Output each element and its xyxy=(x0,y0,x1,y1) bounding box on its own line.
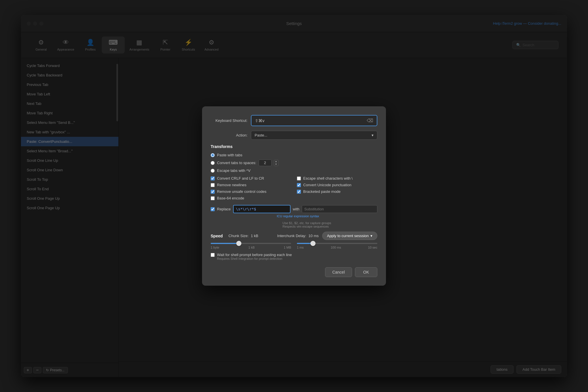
action-value: Paste... xyxy=(255,133,267,137)
app-window: Settings Help iTerm2 grow — Consider don… xyxy=(21,15,567,377)
interchunk-label-max: 10 sec xyxy=(368,246,377,249)
keyboard-shortcut-input[interactable]: ⇧⌘v ⌫ xyxy=(251,115,377,126)
chunk-slider-container xyxy=(211,243,291,244)
cb-remove-newlines[interactable] xyxy=(211,183,215,187)
keyboard-shortcut-label: Keyboard Shortcut: xyxy=(211,118,251,123)
sliders-container: 1 byte 1 kB 1 MB 1 m xyxy=(211,243,377,249)
chunk-slider-thumb[interactable] xyxy=(236,241,241,246)
transforms-grid: Convert CRLF and LF to CR Escape shell c… xyxy=(211,176,377,200)
interchunk-slider-thumb[interactable] xyxy=(310,241,316,246)
modal-dialog: Keyboard Shortcut: ⇧⌘v ⌫ Action: Paste..… xyxy=(202,106,386,286)
cb-remove-unsafe-row: Remove unsafe control codes xyxy=(211,189,291,194)
chunk-slider-section: 1 byte 1 kB 1 MB xyxy=(211,243,291,249)
interchunk-label-mid: 100 ms xyxy=(331,246,341,249)
spaces-spinner[interactable]: ▲ ▼ xyxy=(274,160,278,166)
substitution-input[interactable] xyxy=(302,205,377,213)
speed-section: Speed Chunk Size: 1 kB Interchunk Delay:… xyxy=(211,232,377,260)
chunk-label-max: 1 MB xyxy=(284,246,291,249)
wait-row: Wait for shell prompt before pasting eac… xyxy=(211,253,377,257)
cb-replace[interactable] xyxy=(211,207,215,211)
cb-remove-unsafe-label: Remove unsafe control codes xyxy=(217,189,266,194)
cb-base64[interactable] xyxy=(211,196,215,200)
cb-remove-newlines-label: Remove newlines xyxy=(217,183,247,187)
radio-escape-tabs-row: Escape tabs with ^V xyxy=(211,168,377,173)
speed-header: Speed Chunk Size: 1 kB Interchunk Delay:… xyxy=(211,232,377,240)
interchunk-label-min: 1 ms xyxy=(297,246,304,249)
chunk-slider-track xyxy=(211,243,291,244)
cb-base64-label: Base-64 encode xyxy=(217,196,244,200)
cb-bracketed[interactable] xyxy=(297,190,301,194)
cb-escape-shell[interactable] xyxy=(297,176,301,180)
radio-convert-tabs-label: Convert tabs to spaces: xyxy=(217,161,256,165)
capture-hint-1: Use $1, $2, etc. for capture groups xyxy=(283,221,377,225)
radio-paste-tabs[interactable] xyxy=(211,153,215,157)
chunk-slider-labels: 1 byte 1 kB 1 MB xyxy=(211,246,291,249)
keyboard-shortcut-row: Keyboard Shortcut: ⇧⌘v ⌫ xyxy=(211,115,377,126)
apply-chevron-icon: ▾ xyxy=(370,234,372,238)
cb-remove-unsafe[interactable] xyxy=(211,190,215,194)
radio-paste-tabs-row: Paste with tabs xyxy=(211,153,377,157)
cb-bracketed-label: Bracketed paste mode xyxy=(303,189,341,194)
modal-buttons: Cancel OK xyxy=(211,267,377,277)
radio-escape-tabs[interactable] xyxy=(211,169,215,173)
ok-button[interactable]: OK xyxy=(355,267,377,277)
spinner-up-icon[interactable]: ▲ xyxy=(274,160,278,163)
interchunk-slider-container xyxy=(297,243,377,244)
cb-escape-shell-label: Escape shell characters with \ xyxy=(303,176,353,180)
spaces-count-input[interactable] xyxy=(259,160,272,166)
cb-bracketed-row: Bracketed paste mode xyxy=(297,189,377,194)
apply-dropdown[interactable]: Apply to current sesssion ▾ xyxy=(322,232,377,240)
modal-overlay: Keyboard Shortcut: ⇧⌘v ⌫ Action: Paste..… xyxy=(21,15,567,377)
transforms-title: Transforms xyxy=(211,144,377,149)
cb-wait-shell[interactable] xyxy=(211,253,215,257)
chunk-size-label: Chunk Size: 1 kB xyxy=(228,234,258,238)
speed-title: Speed xyxy=(211,234,223,238)
cb-convert-crlf-label: Convert CRLF and LF to CR xyxy=(217,176,264,180)
replace-label: Replace xyxy=(217,207,231,211)
clear-shortcut-button[interactable]: ⌫ xyxy=(367,118,373,123)
radio-paste-tabs-label: Paste with tabs xyxy=(217,153,242,157)
shortcut-value: ⇧⌘v xyxy=(255,118,264,123)
capture-hints: Use $1, $2, etc. for capture groups Resp… xyxy=(277,221,377,228)
replace-row: Replace with xyxy=(211,205,377,213)
chunk-label-min: 1 byte xyxy=(211,246,219,249)
cb-escape-shell-row: Escape shell characters with \ xyxy=(297,176,377,180)
radio-convert-tabs-row: Convert tabs to spaces: ▲ ▼ xyxy=(211,160,377,166)
interchunk-slider-labels: 1 ms 100 ms 10 sec xyxy=(297,246,377,249)
radio-convert-tabs[interactable] xyxy=(211,161,215,165)
radio-escape-tabs-label: Escape tabs with ^V xyxy=(217,168,251,173)
spinner-down-icon[interactable]: ▼ xyxy=(274,163,278,166)
radio-group: Paste with tabs Convert tabs to spaces: … xyxy=(211,153,377,173)
cb-convert-crlf[interactable] xyxy=(211,176,215,180)
chunk-slider-fill xyxy=(211,243,239,244)
interchunk-slider-section: 1 ms 100 ms 10 sec xyxy=(297,243,377,249)
cb-convert-crlf-row: Convert CRLF and LF to CR xyxy=(211,176,291,180)
cb-convert-unicode-row: Convert Unicode punctuation xyxy=(297,183,377,187)
icu-hint[interactable]: ICU regular expression syntax xyxy=(277,214,377,218)
capture-hint-2: Respects vim escape sequences xyxy=(283,225,377,228)
interchunk-slider-track xyxy=(297,243,377,244)
cb-base64-row: Base-64 encode xyxy=(211,196,291,200)
cb-remove-newlines-row: Remove newlines xyxy=(211,183,291,187)
apply-dropdown-label: Apply to current sesssion xyxy=(327,234,369,238)
wait-hint: Requires Shell Integration for prompt de… xyxy=(217,257,377,260)
replace-input[interactable] xyxy=(233,205,291,213)
chunk-label-mid: 1 kB xyxy=(248,246,255,249)
with-label: with xyxy=(293,207,299,211)
cancel-button[interactable]: Cancel xyxy=(325,267,352,277)
action-chevron-icon: ▾ xyxy=(372,133,374,137)
action-row: Action: Paste... ▾ xyxy=(211,131,377,140)
cb-convert-unicode[interactable] xyxy=(297,183,301,187)
interchunk-delay-label: Interchunk Delay: 10 ms xyxy=(277,234,319,238)
wait-label: Wait for shell prompt before pasting eac… xyxy=(217,253,292,257)
cb-convert-unicode-label: Convert Unicode punctuation xyxy=(303,183,351,187)
action-label: Action: xyxy=(211,133,251,137)
action-dropdown[interactable]: Paste... ▾ xyxy=(251,131,377,140)
